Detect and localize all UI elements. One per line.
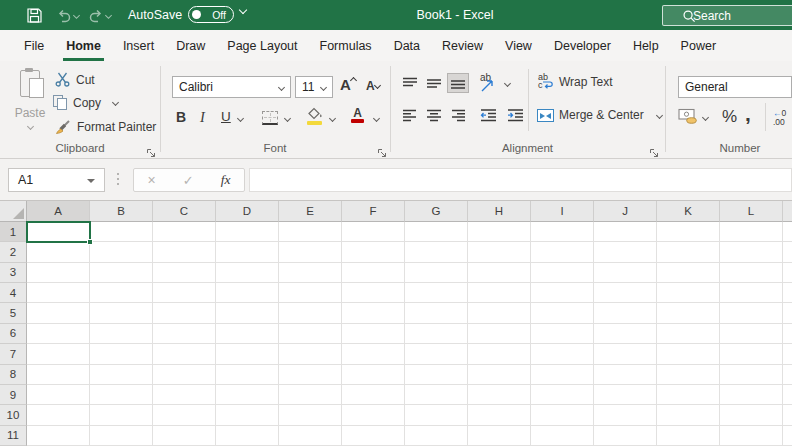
selected-cell-outline[interactable]	[26, 221, 91, 243]
cell-e11[interactable]	[279, 426, 342, 446]
align-center-button[interactable]	[423, 105, 445, 125]
cell-l9[interactable]	[720, 385, 783, 405]
row-header-5[interactable]: 5	[0, 303, 27, 323]
customize-quick-access-toolbar-icon[interactable]	[239, 10, 249, 13]
increase-indent-button[interactable]	[504, 105, 526, 125]
wrap-text-button[interactable]: ab c Wrap Text	[537, 74, 613, 90]
column-header-j[interactable]: J	[594, 201, 657, 222]
redo-icon[interactable]	[88, 9, 104, 27]
tab-data[interactable]: Data	[383, 30, 431, 61]
tab-page-layout[interactable]: Page Layout	[216, 30, 308, 61]
decrease-font-size-button[interactable]: A	[366, 79, 380, 93]
cell-g4[interactable]	[405, 283, 468, 303]
align-middle-button[interactable]	[423, 73, 445, 93]
copy-dropdown-icon[interactable]	[112, 99, 119, 106]
decrease-indent-button[interactable]	[477, 105, 499, 125]
underline-button[interactable]: U	[221, 109, 231, 124]
cell-e10[interactable]	[279, 405, 342, 425]
cell-a7[interactable]	[27, 344, 90, 364]
column-header-a[interactable]: A	[27, 201, 90, 222]
cancel-icon[interactable]: ×	[148, 172, 156, 188]
cell-g1[interactable]	[405, 222, 468, 242]
cell-i2[interactable]	[531, 242, 594, 262]
copy-button[interactable]: Copy	[53, 95, 118, 110]
cell-c11[interactable]	[153, 426, 216, 446]
cell-j9[interactable]	[594, 385, 657, 405]
cell-k11[interactable]	[657, 426, 720, 446]
cell-g5[interactable]	[405, 303, 468, 323]
cell-f4[interactable]	[342, 283, 405, 303]
merge-center-dropdown-icon[interactable]	[656, 111, 663, 118]
cell-l11[interactable]	[720, 426, 783, 446]
cell-d2[interactable]	[216, 242, 279, 262]
cell-i9[interactable]	[531, 385, 594, 405]
cell-k1[interactable]	[657, 222, 720, 242]
accounting-format-dropdown-icon[interactable]	[702, 114, 709, 121]
cell-j3[interactable]	[594, 263, 657, 283]
orientation-button[interactable]: ab	[479, 74, 499, 92]
italic-button[interactable]: I	[200, 109, 205, 126]
row-header-8[interactable]: 8	[0, 365, 27, 385]
cut-button[interactable]: Cut	[55, 72, 95, 87]
accounting-format-button[interactable]	[678, 108, 698, 128]
cell-f11[interactable]	[342, 426, 405, 446]
cell-i3[interactable]	[531, 263, 594, 283]
cell-g7[interactable]	[405, 344, 468, 364]
save-icon[interactable]	[26, 7, 43, 28]
cell-m3[interactable]	[783, 263, 792, 283]
cell-l2[interactable]	[720, 242, 783, 262]
column-header-i[interactable]: I	[531, 201, 594, 222]
cell-i6[interactable]	[531, 324, 594, 344]
cell-h7[interactable]	[468, 344, 531, 364]
autosave-toggle[interactable]: Off	[188, 6, 234, 23]
column-header-h[interactable]: H	[468, 201, 531, 222]
cell-b2[interactable]	[90, 242, 153, 262]
cell-g3[interactable]	[405, 263, 468, 283]
row-header-7[interactable]: 7	[0, 344, 27, 364]
cell-l6[interactable]	[720, 324, 783, 344]
cell-l8[interactable]	[720, 365, 783, 385]
select-all-button[interactable]	[0, 201, 27, 222]
cell-m2[interactable]	[783, 242, 792, 262]
fill-handle[interactable]	[87, 239, 93, 245]
cell-e9[interactable]	[279, 385, 342, 405]
cell-b10[interactable]	[90, 405, 153, 425]
merge-center-button[interactable]: Merge & Center	[537, 108, 662, 122]
format-painter-button[interactable]: Format Painter	[55, 119, 156, 135]
cell-l7[interactable]	[720, 344, 783, 364]
cell-a10[interactable]	[27, 405, 90, 425]
insert-function-icon[interactable]: fx	[221, 172, 231, 188]
cell-a9[interactable]	[27, 385, 90, 405]
cell-m10[interactable]	[783, 405, 792, 425]
cell-i7[interactable]	[531, 344, 594, 364]
cell-f8[interactable]	[342, 365, 405, 385]
fill-color-dropdown-icon[interactable]	[329, 115, 336, 122]
cell-b6[interactable]	[90, 324, 153, 344]
align-bottom-button[interactable]	[447, 73, 469, 93]
tab-power[interactable]: Power	[670, 30, 727, 61]
row-header-10[interactable]: 10	[0, 405, 27, 425]
cell-a3[interactable]	[27, 263, 90, 283]
cell-k7[interactable]	[657, 344, 720, 364]
cell-c9[interactable]	[153, 385, 216, 405]
enter-icon[interactable]: ✓	[183, 173, 194, 188]
cell-c5[interactable]	[153, 303, 216, 323]
decrease-decimal-button[interactable]: ←0 .00	[773, 109, 786, 127]
cell-k4[interactable]	[657, 283, 720, 303]
tab-formulas[interactable]: Formulas	[309, 30, 383, 61]
cell-e2[interactable]	[279, 242, 342, 262]
cell-m11[interactable]	[783, 426, 792, 446]
orientation-dropdown-icon[interactable]	[504, 80, 511, 87]
cell-h2[interactable]	[468, 242, 531, 262]
font-size-dropdown-icon[interactable]	[320, 83, 327, 90]
cell-f3[interactable]	[342, 263, 405, 283]
cell-b1[interactable]	[90, 222, 153, 242]
font-color-dropdown-icon[interactable]	[373, 115, 380, 122]
cell-h11[interactable]	[468, 426, 531, 446]
cell-m1[interactable]	[783, 222, 792, 242]
cell-g10[interactable]	[405, 405, 468, 425]
column-header-e[interactable]: E	[279, 201, 342, 222]
row-header-9[interactable]: 9	[0, 385, 27, 405]
column-header-m[interactable]: M	[783, 201, 792, 222]
cell-i5[interactable]	[531, 303, 594, 323]
